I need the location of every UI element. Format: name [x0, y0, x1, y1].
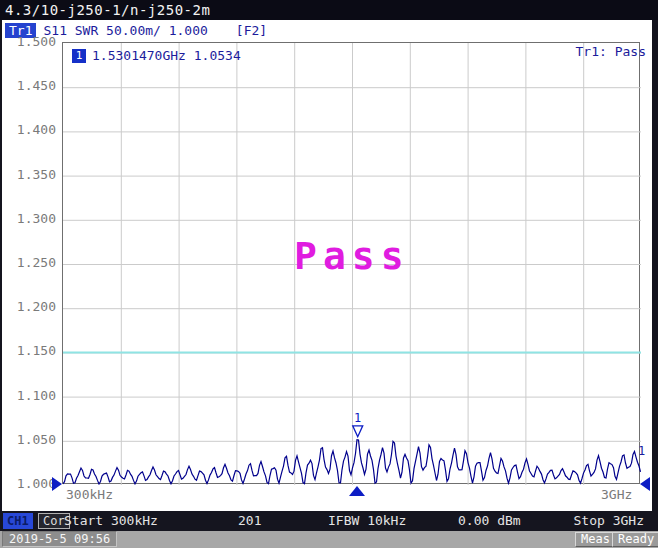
marker-readout-text: 1.5301470GHz 1.0534 — [92, 48, 241, 63]
trace-params-label[interactable]: S11 SWR 50.00m/ 1.000 — [43, 23, 207, 38]
channel-button[interactable]: CH1 — [3, 513, 33, 529]
window-title: 4.3/10-j250-1/n-j250-2m — [0, 0, 658, 20]
datetime-display[interactable]: 2019-5-5 09:56 — [2, 531, 117, 547]
stop-frequency-label: Stop 3GHz — [574, 511, 644, 531]
y-tick-label: 1.000 — [0, 476, 56, 491]
svg-text:1: 1 — [354, 411, 361, 425]
reference-level-triangle-left-icon — [52, 477, 62, 491]
y-tick-label: 1.500 — [0, 34, 56, 49]
y-tick-label: 1.050 — [0, 432, 56, 447]
y-tick-label: 1.200 — [0, 299, 56, 314]
y-tick-label: 1.450 — [0, 78, 56, 93]
marker-number-icon: 1 — [72, 49, 86, 63]
y-tick-label: 1.350 — [0, 167, 56, 182]
y-tick-label: 1.400 — [0, 122, 56, 137]
meas-status-button[interactable]: Meas — [575, 532, 616, 547]
reference-level-triangle-right-icon — [640, 477, 650, 491]
trace-number-label: 1 — [638, 444, 645, 458]
y-tick-label: 1.100 — [0, 388, 56, 403]
marker-stimulus-triangle-icon[interactable] — [349, 486, 365, 496]
x-axis-start-label: 300kHz — [66, 487, 113, 502]
pass-banner: Pass — [294, 234, 410, 278]
footer-bar: 2019-5-5 09:56 Meas Ready — [0, 531, 658, 548]
y-tick-label: 1.300 — [0, 211, 56, 226]
y-tick-label: 1.150 — [0, 343, 56, 358]
left-edge-strip — [0, 20, 2, 531]
ifbw-label: IFBW 10kHz — [328, 511, 406, 531]
power-level-label: 0.00 dBm — [458, 511, 521, 531]
limit-test-status: Tr1: Pass — [576, 44, 646, 59]
status-bar: CH1 Cor Start 300kHz 201 IFBW 10kHz 0.00… — [0, 511, 658, 531]
y-tick-label: 1.250 — [0, 255, 56, 270]
start-frequency-label: Start 300kHz — [64, 511, 158, 531]
x-axis-stop-label: 3GHz — [601, 487, 632, 502]
sweep-points-label: 201 — [238, 511, 261, 531]
ready-status-button[interactable]: Ready — [612, 532, 658, 547]
marker-readout: 1 1.5301470GHz 1.0534 — [72, 48, 241, 63]
right-edge-strip — [652, 20, 658, 531]
vna-screen: 4.3/10-j250-1/n-j250-2m Tr1 S11 SWR 50.0… — [0, 0, 658, 548]
softkey-label: [F2] — [236, 23, 267, 38]
